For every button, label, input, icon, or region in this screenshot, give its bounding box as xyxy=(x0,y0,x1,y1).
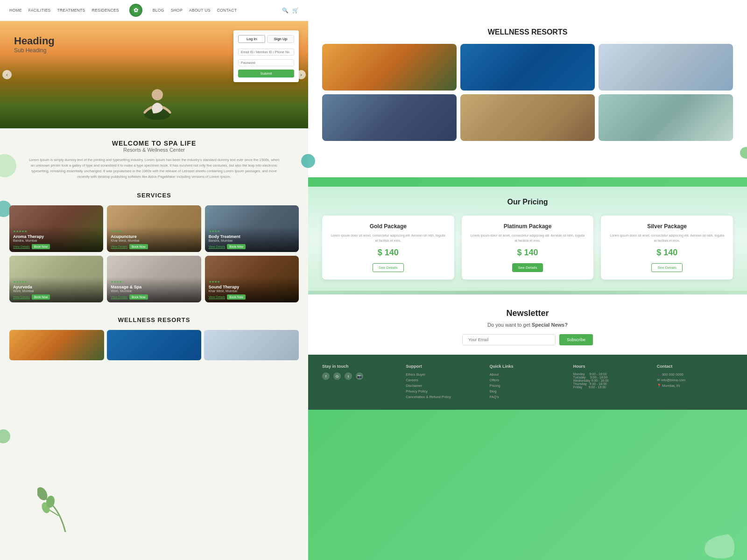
platinum-btn[interactable]: See Details xyxy=(512,263,543,272)
wellness-title-right: WELLNESS RESORTS xyxy=(322,28,733,36)
nav-link-residences[interactable]: RESIDENCES xyxy=(92,8,119,13)
footer-quicklinks-link-3[interactable]: Blog xyxy=(489,389,565,393)
login-tab[interactable]: Log In xyxy=(238,35,265,43)
signup-tab[interactable]: Sign Up xyxy=(267,35,294,43)
hero-heading: Heading xyxy=(14,35,55,47)
nav-icons: 🔍 🛒 xyxy=(282,7,299,14)
footer-support-link-2[interactable]: Disclaimer xyxy=(406,384,482,388)
nav-link-facilities[interactable]: FACILITIES xyxy=(28,8,51,13)
logo[interactable]: ✿ xyxy=(129,4,142,17)
service-actions-5: View Details Book Now xyxy=(209,294,295,300)
service-card-overlay-5: ★★★★ Sound Therapy Khar West, Mumbai Vie… xyxy=(205,277,299,302)
footer-hours-col: Hours Monday 9:00 - 18:00 Tuesday 9:00 -… xyxy=(573,364,649,400)
service-actions-0: View Details Book Now xyxy=(13,244,99,249)
gold-btn[interactable]: See Details xyxy=(373,263,404,272)
pricing-section: Our Pricing Gold Package Lorem ipsum dol… xyxy=(308,187,747,291)
silver-btn[interactable]: See Details xyxy=(651,263,683,272)
service-location-2: Bandra, Mumbai xyxy=(209,239,295,242)
service-location-3: Worli, Mumbai xyxy=(13,289,99,293)
view-details-1[interactable]: View Details xyxy=(111,244,127,249)
footer-support-link-3[interactable]: Privacy Policy xyxy=(406,389,482,393)
nav-link-about[interactable]: ABOUT US xyxy=(189,8,211,13)
service-location-0: Bandra, Mumbai xyxy=(13,239,99,242)
twitter-icon[interactable]: t xyxy=(345,372,352,380)
view-details-4[interactable]: View Details xyxy=(111,294,127,300)
footer-support-link-4[interactable]: Cancellation & Refund Policy xyxy=(406,395,482,399)
footer: Stay in touch f G t 📷 Support Ethics Buy… xyxy=(308,355,747,410)
wellness-photo-1 xyxy=(460,44,595,91)
service-actions-1: View Details Book Now xyxy=(111,244,197,249)
svg-point-1 xyxy=(152,89,163,100)
service-location-4: Worli, Mumbai xyxy=(111,289,197,293)
hero-form: Log In Sign Up Submit xyxy=(233,30,299,82)
hero-prev-arrow[interactable]: ‹ xyxy=(2,70,12,79)
pricing-cards: Gold Package Lorem ipsum dolor sit amet,… xyxy=(322,216,733,280)
footer-quicklinks-link-0[interactable]: About xyxy=(489,372,565,377)
book-now-5[interactable]: Book Now xyxy=(227,294,246,300)
silver-title: Silver Package xyxy=(608,223,726,230)
footer-hours-fri: Friday 9:00 - 18:00 xyxy=(573,385,649,389)
newsletter-email[interactable] xyxy=(462,334,556,345)
footer-quicklinks-link-4[interactable]: FAQ's xyxy=(489,395,565,399)
service-actions-2: View Details Book Now xyxy=(209,244,295,249)
service-card-0: ★★★★★ Aroma Therapy Bandra, Mumbai View … xyxy=(9,205,103,252)
footer-social-title: Stay in touch xyxy=(322,364,398,369)
hero-next-arrow[interactable]: › xyxy=(296,70,306,79)
welcome-title: WELCOME TO SPA LIFE xyxy=(28,140,280,147)
gold-title: Gold Package xyxy=(330,223,447,230)
book-now-2[interactable]: Book Now xyxy=(227,244,246,249)
book-now-1[interactable]: Book Now xyxy=(129,244,148,249)
search-icon[interactable]: 🔍 xyxy=(282,7,289,14)
email-field[interactable] xyxy=(238,49,294,56)
footer-phone: 📞 900 000 0000 xyxy=(657,372,733,377)
footer-address: 📍 Mumbai, IN xyxy=(657,384,733,388)
wellness-photo-3 xyxy=(322,94,457,141)
book-now-4[interactable]: Book Now xyxy=(129,294,148,300)
nav-link-contact[interactable]: CONTACT xyxy=(217,8,237,13)
footer-contact-title: Contact xyxy=(657,364,733,369)
wellness-img-left-1 xyxy=(107,330,202,360)
nav-link-blog[interactable]: BLOG xyxy=(153,8,164,13)
newsletter-subscribe-btn[interactable]: Subscribe xyxy=(559,334,593,345)
view-details-0[interactable]: View Details xyxy=(13,244,30,249)
pricing-card-platinum: Platinum Package Lorem ipsum dolor sit a… xyxy=(462,216,594,280)
footer-quicklinks-link-1[interactable]: Offers xyxy=(489,378,565,382)
view-details-5[interactable]: View Details xyxy=(209,294,226,300)
footer-support-col: Support Ethics Buyer Careers Disclaimer … xyxy=(406,364,482,400)
service-card-3: ★★★★★ Ayurveda Worli, Mumbai View Detail… xyxy=(9,256,103,302)
cart-icon[interactable]: 🛒 xyxy=(292,7,299,14)
pricing-card-gold: Gold Package Lorem ipsum dolor sit amet,… xyxy=(322,216,454,280)
google-icon[interactable]: G xyxy=(333,372,341,380)
facebook-icon[interactable]: f xyxy=(322,372,330,380)
nav-link-treatments[interactable]: TREATMENTS xyxy=(57,8,85,13)
service-card-overlay-3: ★★★★★ Ayurveda Worli, Mumbai View Detail… xyxy=(9,277,103,302)
silver-desc: Lorem ipsum dolor sit amet, consectetur … xyxy=(608,233,726,243)
deco-blob-3 xyxy=(0,429,10,443)
wellness-photo-0 xyxy=(322,44,457,91)
service-name-4: Massage & Spa xyxy=(111,285,197,289)
view-details-3[interactable]: View Details xyxy=(13,294,30,300)
wellness-img-left-2 xyxy=(204,330,299,360)
left-panel: HOME FACILITIES TREATMENTS RESIDENCES ✿ … xyxy=(0,0,308,560)
view-details-2[interactable]: View Details xyxy=(209,244,226,249)
nav-link-shop[interactable]: SHOP xyxy=(171,8,183,13)
book-now-3[interactable]: Book Now xyxy=(32,294,50,300)
service-card-4: ★★★★☆ Massage & Spa Worli, Mumbai View D… xyxy=(107,256,201,302)
service-card-overlay-1: ★★★★ Acupuncture Khar West, Mumbai View … xyxy=(107,227,201,252)
book-now-0[interactable]: Book Now xyxy=(32,244,50,249)
footer-quicklinks-link-2[interactable]: Pricing xyxy=(489,384,565,388)
service-location-1: Khar West, Mumbai xyxy=(111,239,197,242)
submit-button[interactable]: Submit xyxy=(238,70,294,77)
gold-price: $ 140 xyxy=(330,248,447,258)
footer-support-link-0[interactable]: Ethics Buyer xyxy=(406,372,482,377)
footer-email: ✉ info@bima.com xyxy=(657,378,733,382)
password-field[interactable] xyxy=(238,59,294,66)
platinum-title: Platinum Package xyxy=(469,223,586,230)
nav-link-home[interactable]: HOME xyxy=(9,8,22,13)
instagram-icon[interactable]: 📷 xyxy=(356,372,363,380)
footer-support-link-1[interactable]: Careers xyxy=(406,378,482,382)
stars-1: ★★★★ xyxy=(111,230,197,233)
newsletter-form: Subscribe xyxy=(322,334,733,345)
service-card-overlay-0: ★★★★★ Aroma Therapy Bandra, Mumbai View … xyxy=(9,227,103,252)
wellness-title-left: WELLNESS RESORTS xyxy=(9,316,299,323)
